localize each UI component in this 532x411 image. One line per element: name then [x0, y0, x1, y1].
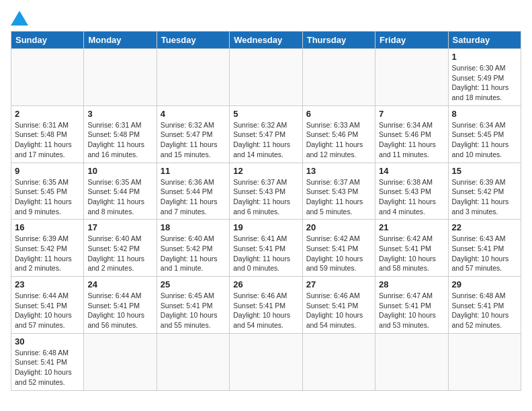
day-number: 3	[87, 109, 152, 119]
day-number: 9	[15, 166, 80, 176]
day-number: 7	[379, 109, 444, 119]
calendar-header-friday: Friday	[375, 32, 448, 49]
calendar-header-tuesday: Tuesday	[157, 32, 229, 49]
calendar-header-thursday: Thursday	[302, 32, 375, 49]
calendar-header-monday: Monday	[84, 32, 157, 49]
calendar-cell: 25Sunrise: 6:45 AM Sunset: 5:41 PM Dayli…	[157, 277, 229, 334]
calendar-cell: 26Sunrise: 6:46 AM Sunset: 5:41 PM Dayli…	[230, 277, 302, 334]
day-info: Sunrise: 6:47 AM Sunset: 5:41 PM Dayligh…	[379, 291, 444, 330]
calendar-header-wednesday: Wednesday	[230, 32, 302, 49]
calendar-body: 1Sunrise: 6:30 AM Sunset: 5:49 PM Daylig…	[11, 49, 521, 391]
calendar-cell: 11Sunrise: 6:36 AM Sunset: 5:44 PM Dayli…	[157, 163, 229, 220]
calendar-cell: 14Sunrise: 6:38 AM Sunset: 5:43 PM Dayli…	[375, 163, 448, 220]
day-number: 15	[452, 166, 517, 176]
calendar-table: SundayMondayTuesdayWednesdayThursdayFrid…	[11, 31, 521, 391]
day-info: Sunrise: 6:41 AM Sunset: 5:41 PM Dayligh…	[233, 234, 298, 273]
day-number: 8	[452, 109, 517, 119]
calendar-week-5: 23Sunrise: 6:44 AM Sunset: 5:41 PM Dayli…	[11, 277, 521, 334]
calendar-header-row: SundayMondayTuesdayWednesdayThursdayFrid…	[11, 32, 521, 49]
calendar-header-sunday: Sunday	[11, 32, 84, 49]
day-number: 24	[87, 279, 152, 289]
calendar-cell: 5Sunrise: 6:32 AM Sunset: 5:47 PM Daylig…	[230, 105, 302, 163]
calendar-cell	[230, 49, 302, 106]
day-info: Sunrise: 6:48 AM Sunset: 5:41 PM Dayligh…	[15, 348, 80, 387]
calendar-cell: 28Sunrise: 6:47 AM Sunset: 5:41 PM Dayli…	[375, 277, 448, 334]
calendar-week-6: 30Sunrise: 6:48 AM Sunset: 5:41 PM Dayli…	[11, 333, 521, 390]
day-number: 26	[233, 279, 298, 289]
calendar-cell: 21Sunrise: 6:42 AM Sunset: 5:41 PM Dayli…	[375, 220, 448, 277]
day-info: Sunrise: 6:46 AM Sunset: 5:41 PM Dayligh…	[233, 291, 298, 330]
day-number: 6	[306, 109, 371, 119]
day-number: 21	[379, 222, 444, 232]
day-info: Sunrise: 6:45 AM Sunset: 5:41 PM Dayligh…	[161, 291, 226, 330]
day-number: 1	[452, 52, 517, 62]
calendar-cell: 4Sunrise: 6:32 AM Sunset: 5:47 PM Daylig…	[157, 105, 229, 163]
day-number: 30	[15, 336, 80, 347]
calendar-week-4: 16Sunrise: 6:39 AM Sunset: 5:42 PM Dayli…	[11, 220, 521, 277]
day-number: 10	[87, 166, 152, 176]
calendar-cell	[302, 333, 375, 390]
day-info: Sunrise: 6:42 AM Sunset: 5:41 PM Dayligh…	[379, 234, 444, 273]
calendar-cell	[157, 49, 229, 106]
day-number: 2	[15, 109, 80, 119]
calendar-cell: 30Sunrise: 6:48 AM Sunset: 5:41 PM Dayli…	[11, 333, 84, 390]
day-number: 19	[233, 222, 298, 232]
calendar-cell	[84, 49, 157, 106]
day-number: 28	[379, 279, 444, 289]
calendar-cell	[157, 333, 229, 390]
calendar-cell: 16Sunrise: 6:39 AM Sunset: 5:42 PM Dayli…	[11, 220, 84, 277]
day-info: Sunrise: 6:32 AM Sunset: 5:47 PM Dayligh…	[161, 120, 226, 160]
day-info: Sunrise: 6:31 AM Sunset: 5:48 PM Dayligh…	[87, 120, 152, 160]
day-number: 25	[161, 279, 226, 289]
calendar-week-2: 2Sunrise: 6:31 AM Sunset: 5:48 PM Daylig…	[11, 105, 521, 163]
calendar-cell	[11, 49, 84, 106]
calendar-cell: 12Sunrise: 6:37 AM Sunset: 5:43 PM Dayli…	[230, 163, 302, 220]
day-number: 4	[161, 109, 226, 119]
calendar-cell: 24Sunrise: 6:44 AM Sunset: 5:41 PM Dayli…	[84, 277, 157, 334]
day-info: Sunrise: 6:44 AM Sunset: 5:41 PM Dayligh…	[87, 291, 152, 330]
day-number: 5	[233, 109, 298, 119]
day-info: Sunrise: 6:38 AM Sunset: 5:43 PM Dayligh…	[379, 177, 444, 217]
calendar-cell: 2Sunrise: 6:31 AM Sunset: 5:48 PM Daylig…	[11, 105, 84, 163]
day-info: Sunrise: 6:37 AM Sunset: 5:43 PM Dayligh…	[306, 177, 371, 217]
day-info: Sunrise: 6:48 AM Sunset: 5:41 PM Dayligh…	[452, 291, 517, 330]
day-info: Sunrise: 6:40 AM Sunset: 5:42 PM Dayligh…	[87, 234, 152, 273]
calendar-cell: 6Sunrise: 6:33 AM Sunset: 5:46 PM Daylig…	[302, 105, 375, 163]
calendar-cell	[302, 49, 375, 106]
calendar-cell	[230, 333, 302, 390]
day-number: 11	[161, 166, 226, 176]
day-info: Sunrise: 6:31 AM Sunset: 5:48 PM Dayligh…	[15, 120, 80, 160]
day-number: 14	[379, 166, 444, 176]
calendar-cell: 10Sunrise: 6:35 AM Sunset: 5:44 PM Dayli…	[84, 163, 157, 220]
day-number: 12	[233, 166, 298, 176]
day-number: 27	[306, 279, 371, 289]
day-info: Sunrise: 6:39 AM Sunset: 5:42 PM Dayligh…	[15, 234, 80, 273]
day-info: Sunrise: 6:34 AM Sunset: 5:46 PM Dayligh…	[379, 120, 444, 160]
day-number: 22	[452, 222, 517, 232]
day-info: Sunrise: 6:36 AM Sunset: 5:44 PM Dayligh…	[161, 177, 226, 217]
day-info: Sunrise: 6:46 AM Sunset: 5:41 PM Dayligh…	[306, 291, 371, 330]
day-info: Sunrise: 6:34 AM Sunset: 5:45 PM Dayligh…	[452, 120, 517, 160]
calendar-cell: 8Sunrise: 6:34 AM Sunset: 5:45 PM Daylig…	[448, 105, 521, 163]
calendar-cell: 17Sunrise: 6:40 AM Sunset: 5:42 PM Dayli…	[84, 220, 157, 277]
calendar-cell	[375, 333, 448, 390]
calendar-cell: 18Sunrise: 6:40 AM Sunset: 5:42 PM Dayli…	[157, 220, 229, 277]
day-info: Sunrise: 6:35 AM Sunset: 5:44 PM Dayligh…	[87, 177, 152, 217]
calendar-week-3: 9Sunrise: 6:35 AM Sunset: 5:45 PM Daylig…	[11, 163, 521, 220]
day-number: 20	[306, 222, 371, 232]
logo	[11, 11, 31, 26]
calendar-cell: 19Sunrise: 6:41 AM Sunset: 5:41 PM Dayli…	[230, 220, 302, 277]
day-info: Sunrise: 6:33 AM Sunset: 5:46 PM Dayligh…	[306, 120, 371, 160]
day-info: Sunrise: 6:44 AM Sunset: 5:41 PM Dayligh…	[15, 291, 80, 330]
page-header	[11, 11, 521, 26]
day-info: Sunrise: 6:37 AM Sunset: 5:43 PM Dayligh…	[233, 177, 298, 217]
calendar-header-saturday: Saturday	[448, 32, 521, 49]
day-info: Sunrise: 6:32 AM Sunset: 5:47 PM Dayligh…	[233, 120, 298, 160]
calendar-week-1: 1Sunrise: 6:30 AM Sunset: 5:49 PM Daylig…	[11, 49, 521, 106]
calendar-cell: 15Sunrise: 6:39 AM Sunset: 5:42 PM Dayli…	[448, 163, 521, 220]
day-number: 17	[87, 222, 152, 232]
day-number: 13	[306, 166, 371, 176]
day-number: 18	[161, 222, 226, 232]
calendar-cell: 22Sunrise: 6:43 AM Sunset: 5:41 PM Dayli…	[448, 220, 521, 277]
calendar-cell	[84, 333, 157, 390]
